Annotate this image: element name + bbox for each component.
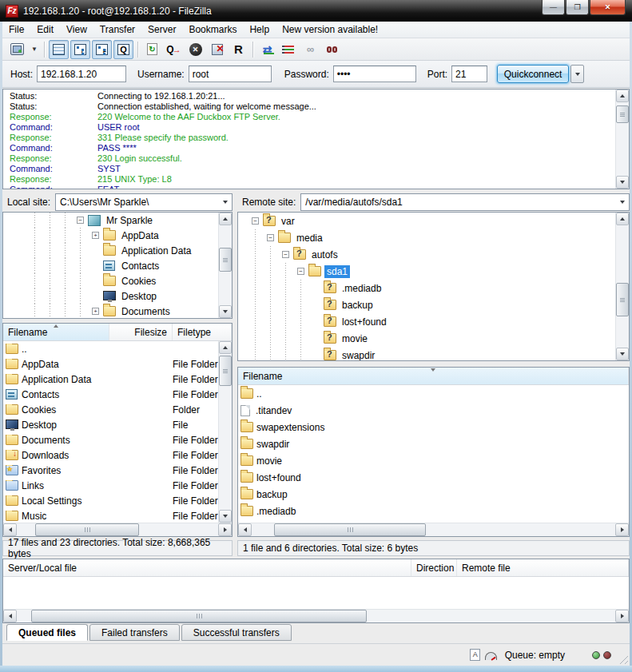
scrollbar-thumb[interactable] <box>616 283 629 316</box>
file-row[interactable]: DocumentsFile Folder <box>3 432 232 447</box>
file-row[interactable]: DownloadsFile Folder <box>3 447 232 463</box>
file-row[interactable]: .titandev <box>238 402 629 419</box>
queue-header-server-local-file[interactable]: Server/Local file <box>3 559 411 576</box>
toggle-queue-icon[interactable]: Q <box>113 40 133 59</box>
cancel-operation-icon[interactable]: ✕ <box>185 40 205 59</box>
queue-header-remote-file[interactable]: Remote file <box>457 559 629 576</box>
tree-item[interactable]: backup <box>248 296 629 313</box>
scroll-left-button[interactable] <box>3 610 17 622</box>
local-site-combobox[interactable]: C:\Users\Mr Sparkle\ <box>55 193 233 211</box>
tree-item[interactable]: −Mr Sparkle <box>27 213 232 228</box>
minimize-button[interactable]: — <box>542 0 565 15</box>
file-row[interactable]: FavoritesFile Folder <box>3 463 232 478</box>
file-row[interactable]: LinksFile Folder <box>3 478 232 493</box>
scroll-up-button[interactable] <box>219 341 232 354</box>
toggle-local-tree-icon[interactable]: L <box>70 40 90 59</box>
local-header-filename[interactable]: Filename <box>3 324 109 340</box>
site-manager-icon[interactable] <box>7 40 27 59</box>
directory-comparison-icon[interactable]: ⇄ <box>257 40 277 59</box>
comparison-mode-icon[interactable] <box>279 40 299 59</box>
toggle-remote-tree-icon[interactable]: F <box>92 40 112 59</box>
maximize-button[interactable]: ❒ <box>566 0 589 15</box>
menu-item-edit[interactable]: Edit <box>30 22 60 37</box>
tree-item[interactable]: swapdir <box>248 347 629 361</box>
tree-expander[interactable]: + <box>88 308 103 315</box>
new-version-notice[interactable]: New version available! <box>276 22 384 37</box>
menu-item-transfer[interactable]: Transfer <box>93 22 141 37</box>
file-row[interactable]: MusicFile Folder <box>3 508 232 523</box>
tree-expander[interactable]: − <box>278 251 293 258</box>
file-row[interactable]: lost+found <box>238 469 629 486</box>
resize-grip[interactable] <box>618 654 628 664</box>
menu-item-file[interactable]: File <box>2 22 30 37</box>
file-row[interactable]: CookiesFolder <box>3 402 232 417</box>
scroll-left-button[interactable] <box>238 523 252 536</box>
tree-item[interactable]: +Documents <box>27 304 232 319</box>
title-bar[interactable]: Fz 192.168.1.20 - root@192.168.1.20 - Fi… <box>0 0 632 22</box>
scroll-up-button[interactable] <box>219 213 232 225</box>
menu-item-server[interactable]: Server <box>141 22 182 37</box>
file-row[interactable]: swapextensions <box>238 419 629 435</box>
file-row[interactable]: .mediadb <box>238 503 629 519</box>
menu-item-bookmarks[interactable]: Bookmarks <box>182 22 243 37</box>
quickconnect-dropdown[interactable] <box>570 65 584 83</box>
remote-site-combobox[interactable]: /var/media/autofs/sda1 <box>300 193 630 211</box>
find-files-icon[interactable] <box>322 40 342 59</box>
scroll-right-button[interactable] <box>218 523 232 536</box>
toggle-message-log-icon[interactable] <box>49 40 69 59</box>
menu-item-view[interactable]: View <box>60 22 93 37</box>
port-input[interactable] <box>451 66 487 82</box>
scrollbar-thumb[interactable] <box>219 248 232 272</box>
scroll-down-button[interactable] <box>219 510 232 523</box>
refresh-icon[interactable]: ↻ <box>142 40 162 59</box>
file-row[interactable]: Local SettingsFile Folder <box>3 493 232 508</box>
scrollbar-thumb[interactable] <box>274 523 426 536</box>
tree-expander[interactable]: − <box>248 217 263 225</box>
scrollbar-thumb[interactable] <box>31 610 367 622</box>
process-queue-icon[interactable]: Q→ <box>164 40 184 59</box>
tree-item[interactable]: −autofs <box>248 246 629 263</box>
queue-header-direction[interactable]: Direction <box>411 559 457 576</box>
local-header-filetype[interactable]: Filetype <box>173 324 232 340</box>
file-row[interactable]: .. <box>238 385 629 402</box>
site-manager-dropdown-icon[interactable]: ▼ <box>29 40 40 59</box>
tree-item[interactable]: .mediadb <box>248 280 629 296</box>
file-row[interactable]: AppDataFile Folder <box>3 356 232 372</box>
tree-item[interactable]: Contacts <box>27 258 232 273</box>
tree-item[interactable]: +AppData <box>27 228 232 243</box>
file-row[interactable]: DesktopFile <box>3 417 232 432</box>
username-input[interactable] <box>189 66 272 82</box>
disconnect-icon[interactable] <box>207 40 227 59</box>
scroll-up-button[interactable] <box>616 213 629 225</box>
tab-failed-transfers[interactable]: Failed transfers <box>89 624 180 641</box>
tree-expander[interactable]: − <box>263 234 278 241</box>
tree-item[interactable]: −sda1 <box>248 263 629 280</box>
menu-item-help[interactable]: Help <box>243 22 276 37</box>
scroll-down-button[interactable] <box>616 176 629 189</box>
tree-item[interactable]: lost+found <box>248 313 629 330</box>
tree-item[interactable]: movie <box>248 330 629 347</box>
scroll-right-button[interactable] <box>615 610 629 622</box>
tree-expander[interactable]: − <box>293 268 308 275</box>
scroll-down-button[interactable] <box>219 305 232 318</box>
scroll-up-button[interactable] <box>616 89 629 102</box>
tree-expander[interactable]: + <box>88 232 103 239</box>
remote-header-filename[interactable]: Filename <box>238 368 629 384</box>
tree-item[interactable]: −media <box>248 229 629 246</box>
scroll-left-button[interactable] <box>3 523 17 536</box>
close-button[interactable]: ✕ <box>590 0 626 15</box>
tree-expander[interactable]: − <box>73 217 88 224</box>
file-row[interactable]: backup <box>238 486 629 503</box>
tree-item[interactable]: Application Data <box>27 243 232 258</box>
file-row[interactable]: ContactsFile Folder <box>3 387 232 402</box>
file-row[interactable]: Application DataFile Folder <box>3 372 232 387</box>
file-row[interactable]: .. <box>3 341 232 356</box>
tree-item[interactable]: Desktop <box>27 288 232 304</box>
quickconnect-button[interactable]: Quickconnect <box>497 65 569 83</box>
tab-successful-transfers[interactable]: Successful transfers <box>181 624 292 641</box>
tree-item[interactable]: −var <box>248 213 629 229</box>
scroll-right-button[interactable] <box>615 523 629 536</box>
scroll-down-button[interactable] <box>616 348 629 360</box>
file-row[interactable]: movie <box>238 452 629 469</box>
scrollbar-thumb[interactable] <box>35 523 139 536</box>
